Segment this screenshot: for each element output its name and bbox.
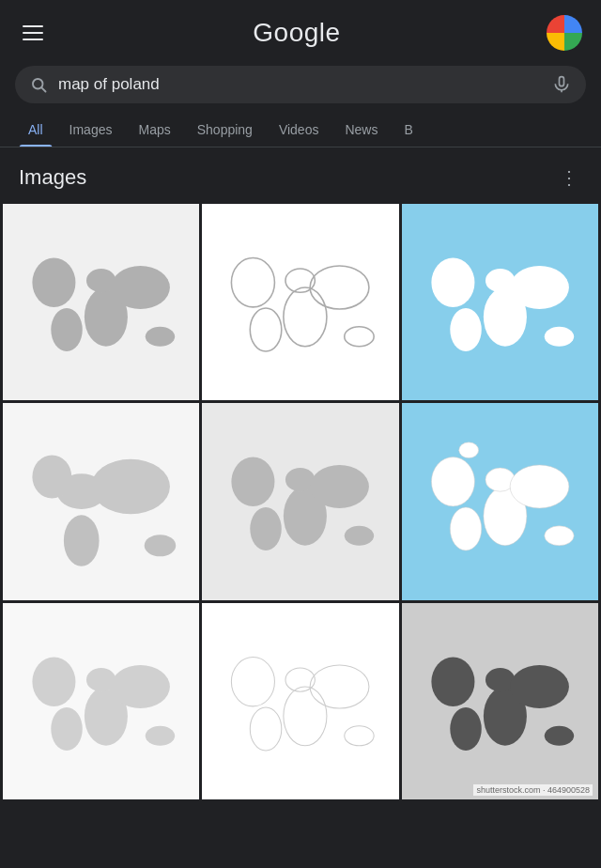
search-icon [30, 76, 47, 93]
svg-point-53 [510, 665, 569, 708]
svg-point-19 [544, 327, 573, 347]
image-grid: shutterstock.com · 464900528 [0, 204, 601, 799]
images-section-title: Images [19, 165, 86, 190]
tab-shopping[interactable]: Shopping [184, 113, 266, 147]
svg-rect-31 [202, 561, 398, 600]
image-cell-9[interactable]: shutterstock.com · 464900528 [402, 603, 598, 799]
svg-point-47 [310, 665, 369, 708]
svg-point-22 [64, 516, 100, 566]
svg-point-7 [146, 327, 175, 347]
avatar[interactable] [547, 15, 582, 51]
svg-point-38 [458, 442, 478, 458]
search-input[interactable]: map of poland [58, 75, 541, 94]
svg-point-44 [146, 725, 175, 745]
microphone-icon[interactable] [552, 75, 571, 94]
image-cell-4[interactable] [3, 403, 199, 599]
more-options-icon[interactable]: ⋮ [556, 163, 582, 193]
tab-all[interactable]: All [15, 113, 56, 147]
tab-maps[interactable]: Maps [125, 113, 183, 147]
image-cell-3[interactable] [402, 204, 598, 400]
image-cell-6[interactable] [402, 403, 598, 599]
image-cell-5[interactable] [202, 403, 398, 599]
image-cell-8[interactable] [202, 603, 398, 799]
nav-tabs: All Images Maps Shopping Videos News B [0, 113, 601, 147]
svg-point-49 [251, 707, 282, 751]
svg-point-6 [51, 308, 82, 351]
svg-point-45 [284, 687, 327, 746]
svg-point-37 [544, 526, 573, 546]
app-title: Google [253, 18, 340, 48]
svg-point-30 [345, 526, 374, 546]
svg-point-8 [284, 287, 327, 347]
tab-books[interactable]: B [391, 113, 425, 147]
svg-point-18 [450, 308, 481, 351]
svg-point-41 [111, 665, 170, 708]
image-cell-2[interactable] [202, 204, 398, 400]
svg-point-50 [345, 725, 374, 745]
tab-images[interactable]: Images [56, 113, 126, 147]
images-section-header: Images ⋮ [0, 147, 601, 204]
svg-point-29 [251, 507, 282, 550]
search-bar-container: map of poland [0, 62, 601, 113]
image-cell-1[interactable] [3, 204, 199, 400]
header: Google [0, 0, 601, 62]
svg-point-5 [32, 258, 75, 307]
svg-point-24 [145, 535, 176, 557]
image-cell-7[interactable] [3, 603, 199, 799]
svg-point-35 [431, 457, 474, 506]
svg-point-54 [431, 657, 474, 705]
svg-point-21 [91, 459, 170, 515]
svg-point-11 [232, 258, 275, 307]
search-bar[interactable]: map of poland [15, 66, 586, 103]
svg-point-36 [450, 507, 481, 550]
svg-point-28 [232, 457, 275, 506]
svg-point-10 [310, 266, 369, 309]
svg-point-43 [51, 707, 82, 751]
menu-button[interactable] [19, 22, 47, 44]
svg-point-16 [510, 266, 569, 309]
svg-line-1 [41, 87, 45, 91]
svg-point-12 [251, 308, 282, 351]
tab-news[interactable]: News [331, 113, 391, 147]
tab-videos[interactable]: Videos [266, 113, 332, 147]
image-source-label: shutterstock.com · 464900528 [473, 784, 593, 796]
svg-point-17 [431, 258, 474, 307]
svg-point-4 [111, 266, 170, 309]
svg-point-13 [345, 327, 374, 347]
svg-point-56 [544, 725, 573, 745]
svg-point-34 [510, 465, 569, 508]
svg-point-42 [32, 657, 75, 705]
svg-point-48 [232, 657, 275, 705]
svg-point-55 [450, 707, 481, 751]
svg-point-27 [310, 465, 369, 508]
svg-point-23 [32, 456, 71, 499]
